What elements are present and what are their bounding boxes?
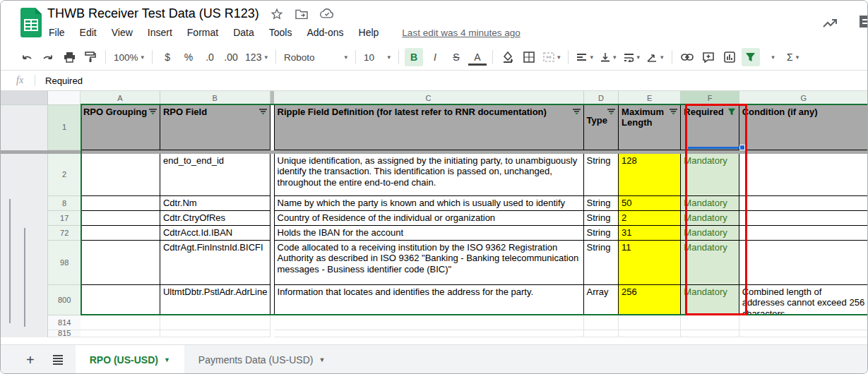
tab-menu-arrow-icon[interactable]: ▼: [164, 356, 170, 363]
cell-definition[interactable]: Information that locates and identifies …: [274, 285, 584, 315]
explore-trend-icon[interactable]: [822, 16, 839, 33]
filter-icon[interactable]: [607, 108, 615, 115]
column-header-f[interactable]: F: [681, 91, 739, 105]
header-type[interactable]: Type: [584, 105, 619, 150]
menu-tools[interactable]: Tools: [269, 27, 292, 38]
empty-cell[interactable]: [160, 330, 270, 337]
empty-cell[interactable]: [584, 330, 619, 337]
empty-cell[interactable]: [619, 330, 681, 337]
header-max-length[interactable]: Maximum Length: [619, 105, 681, 150]
undo-button[interactable]: [18, 48, 36, 66]
row-number[interactable]: 815: [48, 330, 81, 337]
cell-type[interactable]: String: [584, 154, 619, 196]
row-number[interactable]: 72: [48, 226, 81, 241]
cell-rpo-field[interactable]: end_to_end_id: [160, 154, 270, 196]
cell-rpo-grouping[interactable]: [81, 154, 160, 196]
row-group-bracket[interactable]: [24, 228, 25, 327]
cell-max-length[interactable]: 256: [619, 285, 681, 315]
cell-max-length[interactable]: 11: [619, 241, 681, 285]
fill-color-button[interactable]: [499, 48, 517, 66]
cell-condition[interactable]: [739, 154, 868, 196]
cell-rpo-field[interactable]: CdtrAcct.Id.IBAN: [160, 226, 270, 241]
insert-chart-button[interactable]: [720, 48, 739, 66]
cell-definition[interactable]: Unique identification, as assigned by th…: [274, 154, 584, 196]
move-to-folder-icon[interactable]: [295, 8, 309, 20]
star-icon[interactable]: [270, 8, 283, 20]
merge-cells-button[interactable]: [541, 48, 563, 66]
column-header-b[interactable]: B: [160, 91, 270, 105]
filter-icon[interactable]: [149, 108, 157, 115]
tab-payments-data-us-usd[interactable]: Payments Data (US-USD) ▼: [184, 345, 340, 374]
text-wrap-button[interactable]: [622, 48, 643, 66]
cell-max-length[interactable]: 50: [619, 196, 681, 211]
column-header-d[interactable]: D: [584, 91, 619, 105]
cell-required[interactable]: Mandatory: [681, 226, 739, 241]
menu-help[interactable]: Help: [359, 27, 379, 38]
cell-required[interactable]: Mandatory: [681, 154, 739, 196]
formula-input[interactable]: Required: [45, 76, 83, 86]
empty-cell[interactable]: [160, 315, 270, 330]
empty-cell[interactable]: [81, 315, 160, 330]
filter-icon[interactable]: [670, 108, 677, 115]
row-number[interactable]: 814: [48, 315, 81, 330]
column-header-c[interactable]: C: [274, 91, 584, 105]
cell-required[interactable]: Mandatory: [681, 196, 739, 211]
cell-definition[interactable]: Holds the IBAN for the account: [274, 226, 584, 241]
cell-type[interactable]: String: [584, 211, 619, 226]
filter-icon[interactable]: [573, 108, 581, 115]
row-group-bracket[interactable]: [9, 199, 11, 323]
tab-menu-arrow-icon[interactable]: ▼: [319, 356, 325, 363]
font-size-select[interactable]: 10: [362, 48, 393, 66]
insert-comment-button[interactable]: [699, 48, 718, 66]
cell-rpo-grouping[interactable]: [81, 211, 160, 226]
borders-button[interactable]: [520, 48, 538, 66]
print-button[interactable]: [60, 48, 78, 66]
cell-rpo-grouping[interactable]: [81, 196, 160, 211]
tab-rpo-us-usd[interactable]: RPO (US-USD) ▼: [76, 345, 184, 374]
more-formats-button[interactable]: 123: [243, 48, 270, 66]
cell-type[interactable]: Array: [584, 285, 619, 315]
create-filter-button[interactable]: [742, 48, 760, 66]
cell-max-length[interactable]: 128: [619, 154, 681, 196]
cell-condition[interactable]: [739, 226, 868, 241]
header-condition[interactable]: Condition (if any): [739, 105, 868, 150]
empty-cell[interactable]: [619, 315, 681, 330]
vertical-align-button[interactable]: [598, 48, 619, 66]
italic-button[interactable]: I: [426, 48, 444, 66]
cell-rpo-field[interactable]: UltmtDbtr.PstlAdr.AdrLine: [160, 285, 270, 315]
text-rotation-button[interactable]: [645, 48, 666, 66]
filter-active-icon[interactable]: [727, 108, 736, 116]
cell-rpo-grouping[interactable]: [81, 226, 160, 241]
menu-view[interactable]: View: [112, 27, 133, 38]
header-rpo-grouping[interactable]: RPO Grouping: [81, 105, 160, 150]
empty-cell[interactable]: [274, 330, 584, 337]
empty-cell[interactable]: [274, 315, 584, 330]
empty-cell[interactable]: [681, 315, 739, 330]
column-header-a[interactable]: A: [81, 91, 160, 105]
header-rpo-field[interactable]: RPO Field: [160, 105, 270, 150]
zoom-select[interactable]: 100%: [112, 48, 146, 66]
row-number[interactable]: 8: [48, 196, 81, 211]
redo-button[interactable]: [39, 48, 57, 66]
row-number[interactable]: 1: [48, 105, 81, 150]
document-title[interactable]: THWB Receiver Test Data (US R123): [47, 6, 259, 21]
paint-format-button[interactable]: [81, 48, 100, 66]
cell-max-length[interactable]: 2: [619, 211, 681, 226]
cell-required[interactable]: Mandatory: [681, 211, 739, 226]
cell-required[interactable]: Mandatory: [681, 285, 739, 315]
functions-button[interactable]: Σ: [784, 48, 802, 66]
format-percent-button[interactable]: %: [179, 48, 198, 66]
cell-rpo-field[interactable]: CdtrAgt.FinInstnId.BICFI: [160, 241, 270, 285]
cell-definition[interactable]: Code allocated to a receiving institutio…: [274, 241, 584, 285]
comment-history-icon[interactable]: [857, 13, 868, 36]
cell-definition[interactable]: Name by which the party is known and whi…: [274, 196, 584, 211]
row-number[interactable]: 98: [48, 241, 81, 285]
column-header-e[interactable]: E: [619, 91, 681, 105]
menu-data[interactable]: Data: [233, 27, 254, 38]
cell-type[interactable]: String: [584, 241, 619, 285]
empty-cell[interactable]: [584, 315, 619, 330]
filter-icon[interactable]: [259, 108, 267, 115]
cell-type[interactable]: String: [584, 226, 619, 241]
empty-cell[interactable]: [739, 315, 868, 330]
menu-file[interactable]: File: [49, 27, 65, 38]
